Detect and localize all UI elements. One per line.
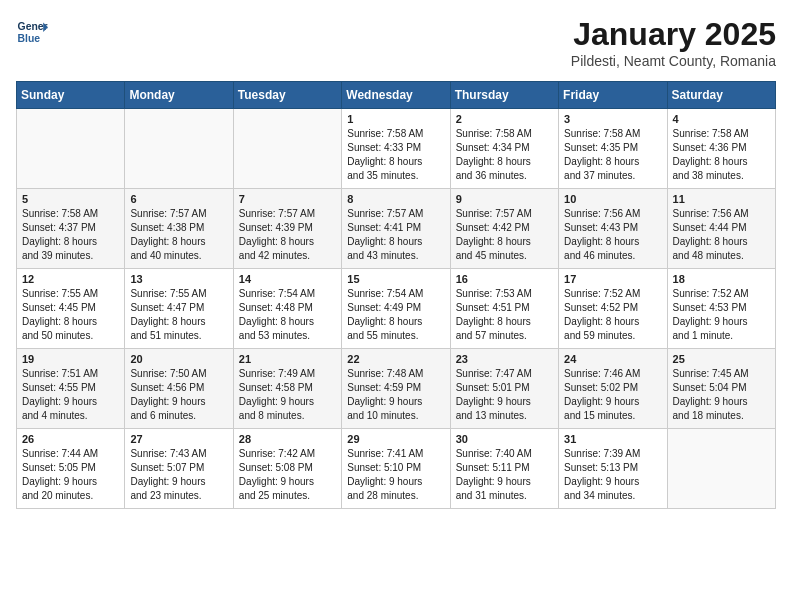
calendar-cell: 31Sunrise: 7:39 AM Sunset: 5:13 PM Dayli…: [559, 429, 667, 509]
logo: General Blue: [16, 16, 48, 48]
day-number: 3: [564, 113, 661, 125]
calendar-cell: 5Sunrise: 7:58 AM Sunset: 4:37 PM Daylig…: [17, 189, 125, 269]
day-number: 7: [239, 193, 336, 205]
day-info: Sunrise: 7:52 AM Sunset: 4:53 PM Dayligh…: [673, 287, 770, 343]
day-info: Sunrise: 7:58 AM Sunset: 4:36 PM Dayligh…: [673, 127, 770, 183]
column-header-friday: Friday: [559, 82, 667, 109]
day-info: Sunrise: 7:43 AM Sunset: 5:07 PM Dayligh…: [130, 447, 227, 503]
day-info: Sunrise: 7:46 AM Sunset: 5:02 PM Dayligh…: [564, 367, 661, 423]
day-info: Sunrise: 7:58 AM Sunset: 4:34 PM Dayligh…: [456, 127, 553, 183]
day-number: 29: [347, 433, 444, 445]
calendar-cell: 26Sunrise: 7:44 AM Sunset: 5:05 PM Dayli…: [17, 429, 125, 509]
calendar-cell: 8Sunrise: 7:57 AM Sunset: 4:41 PM Daylig…: [342, 189, 450, 269]
calendar-cell: 14Sunrise: 7:54 AM Sunset: 4:48 PM Dayli…: [233, 269, 341, 349]
month-title: January 2025: [571, 16, 776, 53]
day-number: 8: [347, 193, 444, 205]
day-info: Sunrise: 7:44 AM Sunset: 5:05 PM Dayligh…: [22, 447, 119, 503]
day-info: Sunrise: 7:55 AM Sunset: 4:47 PM Dayligh…: [130, 287, 227, 343]
calendar-cell: [17, 109, 125, 189]
day-info: Sunrise: 7:50 AM Sunset: 4:56 PM Dayligh…: [130, 367, 227, 423]
day-number: 21: [239, 353, 336, 365]
calendar-cell: 6Sunrise: 7:57 AM Sunset: 4:38 PM Daylig…: [125, 189, 233, 269]
day-info: Sunrise: 7:57 AM Sunset: 4:38 PM Dayligh…: [130, 207, 227, 263]
day-number: 22: [347, 353, 444, 365]
calendar-table: SundayMondayTuesdayWednesdayThursdayFrid…: [16, 81, 776, 509]
day-info: Sunrise: 7:41 AM Sunset: 5:10 PM Dayligh…: [347, 447, 444, 503]
day-info: Sunrise: 7:54 AM Sunset: 4:48 PM Dayligh…: [239, 287, 336, 343]
calendar-cell: 28Sunrise: 7:42 AM Sunset: 5:08 PM Dayli…: [233, 429, 341, 509]
day-info: Sunrise: 7:57 AM Sunset: 4:41 PM Dayligh…: [347, 207, 444, 263]
calendar-cell: [233, 109, 341, 189]
day-number: 9: [456, 193, 553, 205]
day-info: Sunrise: 7:55 AM Sunset: 4:45 PM Dayligh…: [22, 287, 119, 343]
calendar-cell: 11Sunrise: 7:56 AM Sunset: 4:44 PM Dayli…: [667, 189, 775, 269]
column-header-sunday: Sunday: [17, 82, 125, 109]
day-number: 10: [564, 193, 661, 205]
day-number: 24: [564, 353, 661, 365]
day-number: 5: [22, 193, 119, 205]
day-info: Sunrise: 7:56 AM Sunset: 4:43 PM Dayligh…: [564, 207, 661, 263]
page-header: General Blue January 2025 Pildesti, Neam…: [16, 16, 776, 69]
day-number: 13: [130, 273, 227, 285]
day-info: Sunrise: 7:58 AM Sunset: 4:35 PM Dayligh…: [564, 127, 661, 183]
calendar-week-4: 19Sunrise: 7:51 AM Sunset: 4:55 PM Dayli…: [17, 349, 776, 429]
day-info: Sunrise: 7:52 AM Sunset: 4:52 PM Dayligh…: [564, 287, 661, 343]
day-info: Sunrise: 7:53 AM Sunset: 4:51 PM Dayligh…: [456, 287, 553, 343]
day-number: 12: [22, 273, 119, 285]
calendar-cell: 3Sunrise: 7:58 AM Sunset: 4:35 PM Daylig…: [559, 109, 667, 189]
calendar-cell: 24Sunrise: 7:46 AM Sunset: 5:02 PM Dayli…: [559, 349, 667, 429]
day-info: Sunrise: 7:58 AM Sunset: 4:33 PM Dayligh…: [347, 127, 444, 183]
column-header-saturday: Saturday: [667, 82, 775, 109]
calendar-cell: 27Sunrise: 7:43 AM Sunset: 5:07 PM Dayli…: [125, 429, 233, 509]
day-info: Sunrise: 7:49 AM Sunset: 4:58 PM Dayligh…: [239, 367, 336, 423]
column-header-wednesday: Wednesday: [342, 82, 450, 109]
logo-icon: General Blue: [16, 16, 48, 48]
calendar-cell: 25Sunrise: 7:45 AM Sunset: 5:04 PM Dayli…: [667, 349, 775, 429]
day-number: 6: [130, 193, 227, 205]
calendar-cell: [125, 109, 233, 189]
day-number: 4: [673, 113, 770, 125]
day-number: 17: [564, 273, 661, 285]
calendar-cell: 13Sunrise: 7:55 AM Sunset: 4:47 PM Dayli…: [125, 269, 233, 349]
day-number: 25: [673, 353, 770, 365]
day-info: Sunrise: 7:45 AM Sunset: 5:04 PM Dayligh…: [673, 367, 770, 423]
day-info: Sunrise: 7:42 AM Sunset: 5:08 PM Dayligh…: [239, 447, 336, 503]
day-number: 23: [456, 353, 553, 365]
day-info: Sunrise: 7:48 AM Sunset: 4:59 PM Dayligh…: [347, 367, 444, 423]
calendar-cell: 20Sunrise: 7:50 AM Sunset: 4:56 PM Dayli…: [125, 349, 233, 429]
day-number: 15: [347, 273, 444, 285]
column-header-monday: Monday: [125, 82, 233, 109]
day-number: 30: [456, 433, 553, 445]
column-header-tuesday: Tuesday: [233, 82, 341, 109]
day-info: Sunrise: 7:57 AM Sunset: 4:39 PM Dayligh…: [239, 207, 336, 263]
day-number: 26: [22, 433, 119, 445]
day-number: 27: [130, 433, 227, 445]
calendar-cell: 10Sunrise: 7:56 AM Sunset: 4:43 PM Dayli…: [559, 189, 667, 269]
calendar-week-3: 12Sunrise: 7:55 AM Sunset: 4:45 PM Dayli…: [17, 269, 776, 349]
calendar-cell: 22Sunrise: 7:48 AM Sunset: 4:59 PM Dayli…: [342, 349, 450, 429]
calendar-cell: 7Sunrise: 7:57 AM Sunset: 4:39 PM Daylig…: [233, 189, 341, 269]
calendar-header-row: SundayMondayTuesdayWednesdayThursdayFrid…: [17, 82, 776, 109]
day-number: 2: [456, 113, 553, 125]
calendar-cell: 23Sunrise: 7:47 AM Sunset: 5:01 PM Dayli…: [450, 349, 558, 429]
calendar-cell: 21Sunrise: 7:49 AM Sunset: 4:58 PM Dayli…: [233, 349, 341, 429]
calendar-cell: 2Sunrise: 7:58 AM Sunset: 4:34 PM Daylig…: [450, 109, 558, 189]
calendar-cell: 29Sunrise: 7:41 AM Sunset: 5:10 PM Dayli…: [342, 429, 450, 509]
svg-text:Blue: Blue: [18, 33, 41, 44]
day-number: 18: [673, 273, 770, 285]
day-info: Sunrise: 7:54 AM Sunset: 4:49 PM Dayligh…: [347, 287, 444, 343]
day-number: 19: [22, 353, 119, 365]
title-block: January 2025 Pildesti, Neamt County, Rom…: [571, 16, 776, 69]
calendar-cell: [667, 429, 775, 509]
day-info: Sunrise: 7:47 AM Sunset: 5:01 PM Dayligh…: [456, 367, 553, 423]
calendar-week-5: 26Sunrise: 7:44 AM Sunset: 5:05 PM Dayli…: [17, 429, 776, 509]
day-info: Sunrise: 7:40 AM Sunset: 5:11 PM Dayligh…: [456, 447, 553, 503]
day-number: 31: [564, 433, 661, 445]
day-number: 11: [673, 193, 770, 205]
day-info: Sunrise: 7:51 AM Sunset: 4:55 PM Dayligh…: [22, 367, 119, 423]
day-info: Sunrise: 7:56 AM Sunset: 4:44 PM Dayligh…: [673, 207, 770, 263]
calendar-cell: 19Sunrise: 7:51 AM Sunset: 4:55 PM Dayli…: [17, 349, 125, 429]
calendar-week-2: 5Sunrise: 7:58 AM Sunset: 4:37 PM Daylig…: [17, 189, 776, 269]
calendar-cell: 15Sunrise: 7:54 AM Sunset: 4:49 PM Dayli…: [342, 269, 450, 349]
day-info: Sunrise: 7:57 AM Sunset: 4:42 PM Dayligh…: [456, 207, 553, 263]
